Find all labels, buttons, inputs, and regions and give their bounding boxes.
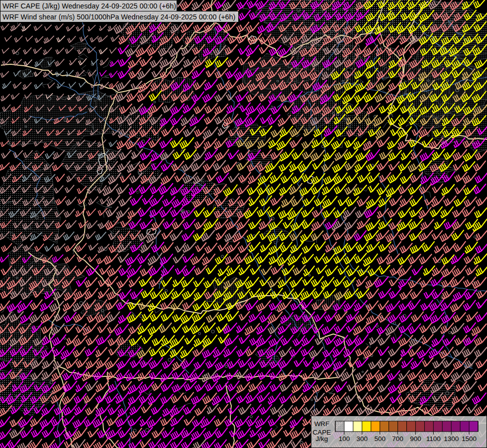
svg-text:WRF: WRF xyxy=(314,420,330,428)
svg-text:J/kg: J/kg xyxy=(316,435,328,443)
svg-text:300: 300 xyxy=(357,435,368,443)
svg-text:1100: 1100 xyxy=(426,435,441,443)
svg-text:100: 100 xyxy=(339,435,350,443)
svg-text:700: 700 xyxy=(392,435,403,443)
svg-text:1500: 1500 xyxy=(462,435,477,443)
svg-text:WRF Wind shear (m/s) 500/1000h: WRF Wind shear (m/s) 500/1000hPa Wednesd… xyxy=(2,13,235,21)
svg-text:500: 500 xyxy=(374,435,386,443)
svg-text:1300: 1300 xyxy=(444,435,459,443)
svg-text:WRF CAPE (J/kg) Wednesday 24-0: WRF CAPE (J/kg) Wednesday 24-09-2025 00:… xyxy=(2,2,176,10)
svg-text:900: 900 xyxy=(410,435,421,443)
